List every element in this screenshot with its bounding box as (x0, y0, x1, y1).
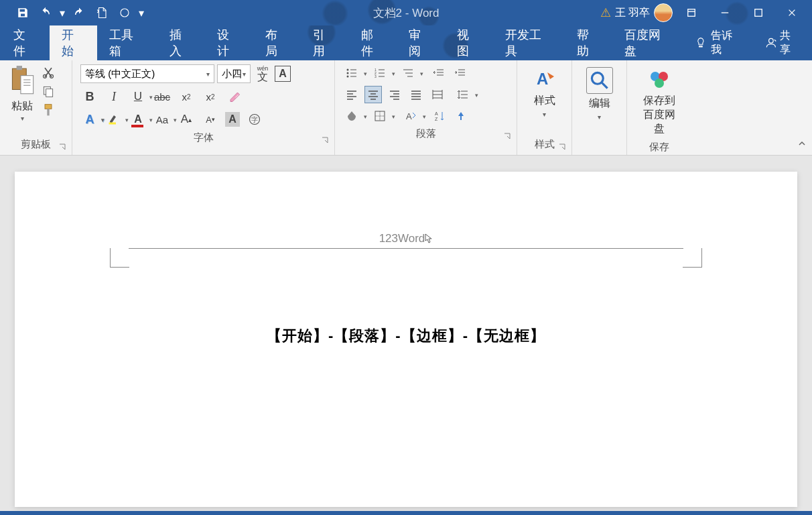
decrease-indent-button[interactable] (430, 64, 448, 82)
asian-layout-button[interactable]: A (402, 107, 419, 125)
strikethrough-button[interactable]: abc (153, 87, 172, 106)
svg-point-17 (347, 72, 349, 74)
tell-me[interactable]: 告诉我 (684, 25, 753, 60)
svg-point-16 (347, 69, 349, 71)
redo-icon[interactable] (68, 3, 90, 23)
underline-button[interactable]: U (129, 87, 147, 106)
align-right-button[interactable] (386, 86, 403, 103)
undo-icon[interactable] (35, 3, 56, 23)
text-effects-button[interactable]: A (80, 110, 99, 129)
show-marks-button[interactable] (453, 107, 470, 125)
tab-baidu[interactable]: 百度网盘 (612, 25, 684, 60)
char-border-button[interactable]: A (275, 66, 291, 82)
pinyin-guide-button[interactable]: wén文 (253, 64, 272, 83)
font-size-combo[interactable]: 小四▾ (217, 64, 251, 83)
shrink-font-button[interactable]: A▾ (201, 110, 220, 129)
launcher-icon[interactable] (321, 136, 329, 144)
format-painter-icon[interactable] (42, 103, 58, 118)
styles-label: 样式 (534, 94, 555, 108)
launcher-icon[interactable] (558, 143, 566, 151)
svg-rect-13 (109, 123, 117, 125)
tab-mailings[interactable]: 邮件 (349, 25, 397, 60)
title-right: ⚠ 王 羽卒 (600, 3, 812, 23)
svg-rect-5 (17, 66, 22, 70)
borders-button[interactable] (371, 107, 389, 125)
share-button[interactable]: 共享 (754, 25, 812, 60)
svg-rect-2 (755, 9, 762, 17)
document-body-text[interactable]: 【开始】-【段落】-【边框】-【无边框】 (115, 326, 697, 346)
svg-text:Z: Z (435, 117, 438, 121)
tab-insert[interactable]: 插入 (157, 25, 206, 60)
styles-button[interactable]: A 样式 ▾ (526, 63, 563, 122)
tab-file[interactable]: 文件 (0, 25, 50, 60)
tell-me-label: 告诉我 (711, 29, 742, 57)
tab-layout[interactable]: 布局 (253, 25, 301, 60)
tab-help[interactable]: 帮助 (565, 25, 613, 60)
collapse-ribbon-icon[interactable] (797, 139, 807, 151)
header-area[interactable]: 123Word (129, 232, 683, 249)
change-case-button[interactable]: Aa (153, 110, 172, 129)
warning-icon[interactable]: ⚠ (600, 5, 611, 20)
header-text[interactable]: 123Word (129, 232, 683, 245)
tab-developer[interactable]: 开发工具 (493, 25, 565, 60)
tab-toolbox[interactable]: 工具箱 (97, 25, 157, 60)
undo-dropdown-icon[interactable]: ▾ (58, 3, 67, 23)
copy-icon[interactable] (42, 84, 58, 99)
document-area[interactable]: 123Word 【开始】-【段落】-【边框】-【无边框】 (0, 156, 812, 511)
align-left-button[interactable] (343, 86, 360, 103)
justify-button[interactable] (407, 86, 425, 103)
line-spacing-button[interactable] (454, 86, 472, 103)
save-icon[interactable] (12, 3, 33, 23)
bold-button[interactable]: B (80, 87, 99, 106)
launcher-icon[interactable] (58, 143, 66, 151)
circle-icon[interactable] (114, 3, 135, 23)
bullets-button[interactable] (343, 64, 360, 82)
paste-button[interactable]: 粘贴 ▾ (5, 63, 39, 123)
avatar[interactable] (654, 3, 673, 22)
highlight-button[interactable] (105, 110, 123, 129)
new-file-icon[interactable] (91, 3, 113, 23)
page[interactable]: 123Word 【开始】-【段落】-【边框】-【无边框】 (15, 172, 797, 507)
chevron-down-icon: ▾ (543, 111, 546, 118)
italic-button[interactable]: I (105, 87, 123, 106)
subscript-button[interactable]: x2 (177, 87, 196, 106)
user-name[interactable]: 王 羽卒 (615, 6, 650, 20)
numbering-button[interactable]: 123 (371, 64, 389, 82)
group-save: 保存到百度网盘 保存 (627, 60, 691, 155)
launcher-icon[interactable] (503, 132, 511, 140)
superscript-button[interactable]: x2 (201, 87, 220, 106)
cut-icon[interactable] (42, 66, 58, 80)
maximize-icon[interactable] (744, 3, 773, 23)
tab-review[interactable]: 审阅 (397, 25, 445, 60)
distributed-button[interactable] (429, 86, 446, 103)
sort-button[interactable]: AZ (431, 107, 449, 125)
font-color-button[interactable]: A (129, 110, 147, 129)
close-icon[interactable] (777, 3, 807, 23)
enclose-char-button[interactable]: 字 (245, 110, 264, 129)
tab-design[interactable]: 设计 (205, 25, 253, 60)
quick-access-toolbar: ▾ ▾ (0, 3, 146, 23)
char-shading-button[interactable]: A (225, 112, 240, 127)
increase-indent-button[interactable] (452, 64, 469, 82)
save-baidu-button[interactable]: 保存到百度网盘 (632, 63, 686, 139)
tab-home[interactable]: 开始 (50, 25, 98, 60)
font-name-combo[interactable]: 等线 (中文正文)▾ (80, 64, 214, 83)
ribbon-display-icon[interactable] (677, 3, 706, 23)
baidu-icon (647, 67, 671, 91)
editing-button[interactable]: 编辑 ▾ (580, 63, 620, 125)
shading-button[interactable] (343, 107, 360, 125)
minimize-icon[interactable] (710, 3, 740, 23)
align-center-button[interactable] (364, 86, 382, 103)
grow-font-button[interactable]: A▴ (177, 110, 196, 129)
multilevel-button[interactable] (399, 64, 417, 82)
title-bar: ▾ ▾ 文档2 - Word ⚠ 王 羽卒 (0, 0, 812, 25)
clear-format-button[interactable] (225, 87, 244, 106)
svg-text:A: A (406, 111, 412, 121)
svg-text:A: A (435, 111, 438, 116)
tab-references[interactable]: 引用 (301, 25, 349, 60)
qat-customize-icon[interactable]: ▾ (137, 3, 146, 23)
editing-label: 编辑 (589, 97, 610, 111)
group-styles: A 样式 ▾ 样式 (517, 60, 572, 155)
chevron-down-icon: ▾ (243, 70, 246, 78)
tab-view[interactable]: 视图 (445, 25, 493, 60)
